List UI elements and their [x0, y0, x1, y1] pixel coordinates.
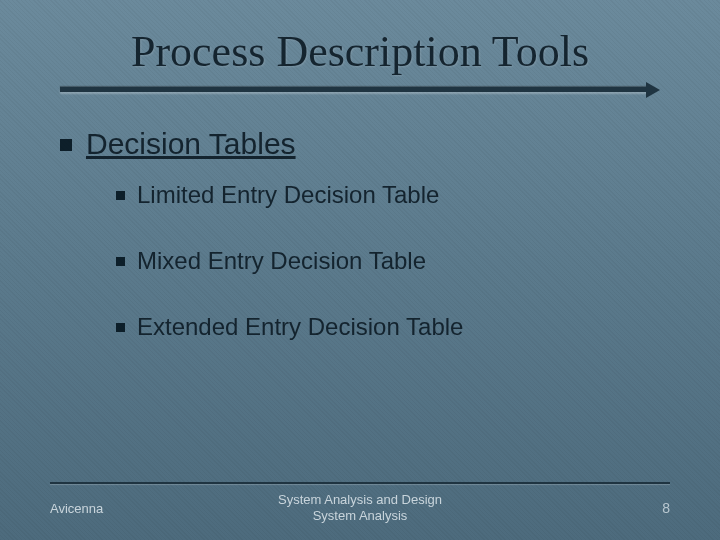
sub-item-label: Mixed Entry Decision Table — [137, 247, 426, 275]
slide-title: Process Description Tools — [50, 26, 670, 77]
list-item: Limited Entry Decision Table — [116, 181, 670, 209]
footer-course-line1: System Analysis and Design — [257, 492, 464, 508]
content-area: Decision Tables Limited Entry Decision T… — [50, 127, 670, 341]
title-underline-arrow — [60, 83, 660, 97]
square-bullet-icon — [116, 323, 125, 332]
heading-decision-tables: Decision Tables — [86, 127, 296, 161]
square-bullet-icon — [116, 191, 125, 200]
footer-divider — [50, 482, 670, 484]
sub-item-label: Extended Entry Decision Table — [137, 313, 463, 341]
list-item: Decision Tables — [60, 127, 670, 161]
list-item: Extended Entry Decision Table — [116, 313, 670, 341]
square-bullet-icon — [60, 139, 72, 151]
arrow-right-icon — [646, 82, 660, 98]
page-number: 8 — [463, 500, 670, 516]
footer-course: System Analysis and Design System Analys… — [257, 492, 464, 525]
list-item: Mixed Entry Decision Table — [116, 247, 670, 275]
square-bullet-icon — [116, 257, 125, 266]
footer-course-line2: System Analysis — [257, 508, 464, 524]
footer-author: Avicenna — [50, 501, 257, 516]
sub-item-label: Limited Entry Decision Table — [137, 181, 439, 209]
footer: Avicenna System Analysis and Design Syst… — [50, 490, 670, 526]
slide: Process Description Tools Decision Table… — [0, 0, 720, 540]
underline-bar — [60, 87, 650, 92]
